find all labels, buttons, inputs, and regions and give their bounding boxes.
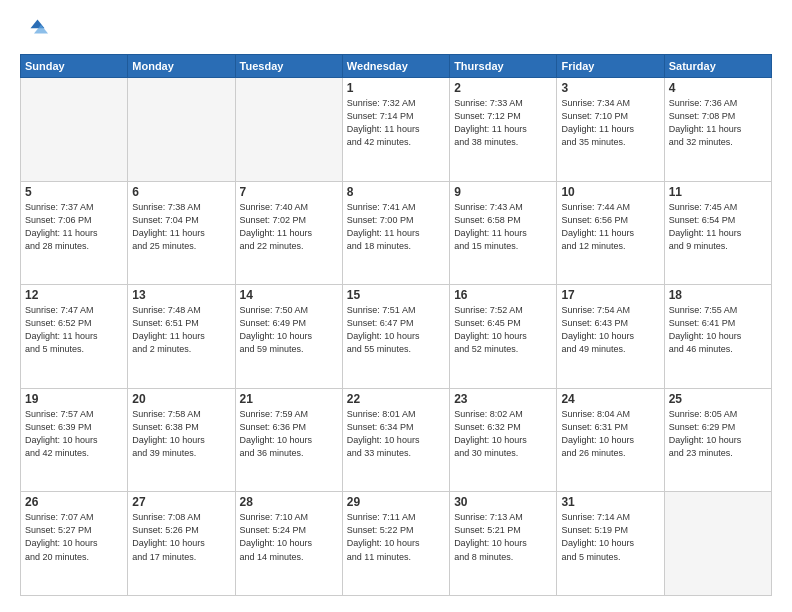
day-info: Sunrise: 7:10 AM Sunset: 5:24 PM Dayligh…	[240, 511, 338, 563]
day-info: Sunrise: 7:54 AM Sunset: 6:43 PM Dayligh…	[561, 304, 659, 356]
day-info: Sunrise: 7:34 AM Sunset: 7:10 PM Dayligh…	[561, 97, 659, 149]
calendar-cell: 24Sunrise: 8:04 AM Sunset: 6:31 PM Dayli…	[557, 388, 664, 492]
day-info: Sunrise: 7:40 AM Sunset: 7:02 PM Dayligh…	[240, 201, 338, 253]
day-number: 8	[347, 185, 445, 199]
calendar-cell: 27Sunrise: 7:08 AM Sunset: 5:26 PM Dayli…	[128, 492, 235, 596]
calendar-cell	[664, 492, 771, 596]
day-number: 21	[240, 392, 338, 406]
calendar-cell: 5Sunrise: 7:37 AM Sunset: 7:06 PM Daylig…	[21, 181, 128, 285]
day-info: Sunrise: 7:36 AM Sunset: 7:08 PM Dayligh…	[669, 97, 767, 149]
calendar-cell: 28Sunrise: 7:10 AM Sunset: 5:24 PM Dayli…	[235, 492, 342, 596]
calendar-cell: 19Sunrise: 7:57 AM Sunset: 6:39 PM Dayli…	[21, 388, 128, 492]
day-info: Sunrise: 7:59 AM Sunset: 6:36 PM Dayligh…	[240, 408, 338, 460]
calendar-week-4: 26Sunrise: 7:07 AM Sunset: 5:27 PM Dayli…	[21, 492, 772, 596]
day-info: Sunrise: 7:37 AM Sunset: 7:06 PM Dayligh…	[25, 201, 123, 253]
day-number: 3	[561, 81, 659, 95]
day-number: 10	[561, 185, 659, 199]
day-number: 15	[347, 288, 445, 302]
calendar-cell: 9Sunrise: 7:43 AM Sunset: 6:58 PM Daylig…	[450, 181, 557, 285]
day-info: Sunrise: 7:07 AM Sunset: 5:27 PM Dayligh…	[25, 511, 123, 563]
day-number: 11	[669, 185, 767, 199]
day-number: 12	[25, 288, 123, 302]
day-info: Sunrise: 7:43 AM Sunset: 6:58 PM Dayligh…	[454, 201, 552, 253]
day-info: Sunrise: 8:02 AM Sunset: 6:32 PM Dayligh…	[454, 408, 552, 460]
day-info: Sunrise: 7:11 AM Sunset: 5:22 PM Dayligh…	[347, 511, 445, 563]
day-info: Sunrise: 7:48 AM Sunset: 6:51 PM Dayligh…	[132, 304, 230, 356]
calendar-body: 1Sunrise: 7:32 AM Sunset: 7:14 PM Daylig…	[21, 78, 772, 596]
calendar-week-1: 5Sunrise: 7:37 AM Sunset: 7:06 PM Daylig…	[21, 181, 772, 285]
day-number: 20	[132, 392, 230, 406]
calendar-cell: 23Sunrise: 8:02 AM Sunset: 6:32 PM Dayli…	[450, 388, 557, 492]
calendar-cell: 10Sunrise: 7:44 AM Sunset: 6:56 PM Dayli…	[557, 181, 664, 285]
day-number: 1	[347, 81, 445, 95]
day-number: 27	[132, 495, 230, 509]
calendar-header: SundayMondayTuesdayWednesdayThursdayFrid…	[21, 55, 772, 78]
day-number: 28	[240, 495, 338, 509]
day-number: 29	[347, 495, 445, 509]
logo-icon	[20, 16, 48, 44]
day-info: Sunrise: 8:04 AM Sunset: 6:31 PM Dayligh…	[561, 408, 659, 460]
day-number: 13	[132, 288, 230, 302]
calendar-cell: 15Sunrise: 7:51 AM Sunset: 6:47 PM Dayli…	[342, 285, 449, 389]
day-number: 25	[669, 392, 767, 406]
calendar-cell: 4Sunrise: 7:36 AM Sunset: 7:08 PM Daylig…	[664, 78, 771, 182]
calendar-cell: 18Sunrise: 7:55 AM Sunset: 6:41 PM Dayli…	[664, 285, 771, 389]
calendar-cell: 26Sunrise: 7:07 AM Sunset: 5:27 PM Dayli…	[21, 492, 128, 596]
calendar-cell: 7Sunrise: 7:40 AM Sunset: 7:02 PM Daylig…	[235, 181, 342, 285]
day-info: Sunrise: 7:08 AM Sunset: 5:26 PM Dayligh…	[132, 511, 230, 563]
day-number: 22	[347, 392, 445, 406]
calendar-cell: 17Sunrise: 7:54 AM Sunset: 6:43 PM Dayli…	[557, 285, 664, 389]
calendar-cell: 20Sunrise: 7:58 AM Sunset: 6:38 PM Dayli…	[128, 388, 235, 492]
day-number: 17	[561, 288, 659, 302]
calendar-cell: 6Sunrise: 7:38 AM Sunset: 7:04 PM Daylig…	[128, 181, 235, 285]
calendar-cell: 22Sunrise: 8:01 AM Sunset: 6:34 PM Dayli…	[342, 388, 449, 492]
calendar-table: SundayMondayTuesdayWednesdayThursdayFrid…	[20, 54, 772, 596]
day-info: Sunrise: 7:33 AM Sunset: 7:12 PM Dayligh…	[454, 97, 552, 149]
calendar-week-0: 1Sunrise: 7:32 AM Sunset: 7:14 PM Daylig…	[21, 78, 772, 182]
calendar-cell: 1Sunrise: 7:32 AM Sunset: 7:14 PM Daylig…	[342, 78, 449, 182]
day-info: Sunrise: 7:45 AM Sunset: 6:54 PM Dayligh…	[669, 201, 767, 253]
day-info: Sunrise: 7:51 AM Sunset: 6:47 PM Dayligh…	[347, 304, 445, 356]
calendar-cell: 25Sunrise: 8:05 AM Sunset: 6:29 PM Dayli…	[664, 388, 771, 492]
calendar-cell: 3Sunrise: 7:34 AM Sunset: 7:10 PM Daylig…	[557, 78, 664, 182]
day-info: Sunrise: 7:50 AM Sunset: 6:49 PM Dayligh…	[240, 304, 338, 356]
weekday-header-wednesday: Wednesday	[342, 55, 449, 78]
day-number: 9	[454, 185, 552, 199]
calendar-cell: 8Sunrise: 7:41 AM Sunset: 7:00 PM Daylig…	[342, 181, 449, 285]
day-number: 5	[25, 185, 123, 199]
weekday-header-sunday: Sunday	[21, 55, 128, 78]
logo	[20, 16, 52, 44]
day-number: 30	[454, 495, 552, 509]
day-number: 14	[240, 288, 338, 302]
day-number: 24	[561, 392, 659, 406]
day-info: Sunrise: 7:38 AM Sunset: 7:04 PM Dayligh…	[132, 201, 230, 253]
weekday-header-saturday: Saturday	[664, 55, 771, 78]
day-info: Sunrise: 8:05 AM Sunset: 6:29 PM Dayligh…	[669, 408, 767, 460]
calendar-cell: 30Sunrise: 7:13 AM Sunset: 5:21 PM Dayli…	[450, 492, 557, 596]
page: SundayMondayTuesdayWednesdayThursdayFrid…	[0, 0, 792, 612]
calendar-cell: 21Sunrise: 7:59 AM Sunset: 6:36 PM Dayli…	[235, 388, 342, 492]
day-number: 16	[454, 288, 552, 302]
calendar-week-2: 12Sunrise: 7:47 AM Sunset: 6:52 PM Dayli…	[21, 285, 772, 389]
day-info: Sunrise: 7:32 AM Sunset: 7:14 PM Dayligh…	[347, 97, 445, 149]
day-number: 19	[25, 392, 123, 406]
weekday-row: SundayMondayTuesdayWednesdayThursdayFrid…	[21, 55, 772, 78]
calendar-cell: 2Sunrise: 7:33 AM Sunset: 7:12 PM Daylig…	[450, 78, 557, 182]
weekday-header-tuesday: Tuesday	[235, 55, 342, 78]
day-number: 2	[454, 81, 552, 95]
day-info: Sunrise: 7:55 AM Sunset: 6:41 PM Dayligh…	[669, 304, 767, 356]
day-info: Sunrise: 7:13 AM Sunset: 5:21 PM Dayligh…	[454, 511, 552, 563]
day-number: 23	[454, 392, 552, 406]
day-info: Sunrise: 7:14 AM Sunset: 5:19 PM Dayligh…	[561, 511, 659, 563]
day-info: Sunrise: 8:01 AM Sunset: 6:34 PM Dayligh…	[347, 408, 445, 460]
calendar-cell: 11Sunrise: 7:45 AM Sunset: 6:54 PM Dayli…	[664, 181, 771, 285]
day-number: 31	[561, 495, 659, 509]
day-number: 26	[25, 495, 123, 509]
calendar-cell	[235, 78, 342, 182]
weekday-header-monday: Monday	[128, 55, 235, 78]
weekday-header-friday: Friday	[557, 55, 664, 78]
day-info: Sunrise: 7:44 AM Sunset: 6:56 PM Dayligh…	[561, 201, 659, 253]
day-number: 18	[669, 288, 767, 302]
calendar-week-3: 19Sunrise: 7:57 AM Sunset: 6:39 PM Dayli…	[21, 388, 772, 492]
day-number: 4	[669, 81, 767, 95]
